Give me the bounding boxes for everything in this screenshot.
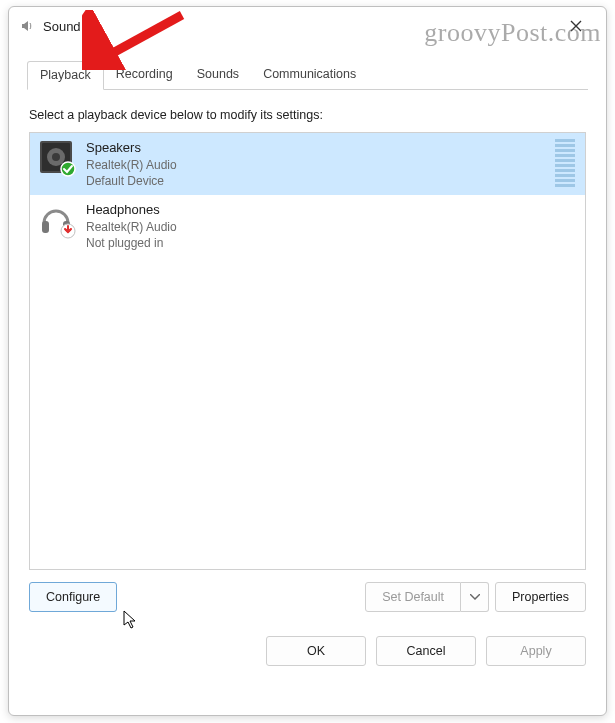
dialog-footer: OK Cancel Apply <box>9 620 606 684</box>
device-driver: Realtek(R) Audio <box>86 219 579 235</box>
tab-sounds[interactable]: Sounds <box>185 61 251 90</box>
sound-icon <box>19 18 35 34</box>
set-default-split: Set Default <box>365 582 489 612</box>
device-item-headphones[interactable]: Headphones Realtek(R) Audio Not plugged … <box>30 195 585 257</box>
close-button[interactable] <box>556 11 596 41</box>
tab-strip: Playback Recording Sounds Communications <box>9 61 606 90</box>
device-item-speakers[interactable]: Speakers Realtek(R) Audio Default Device <box>30 133 585 195</box>
svg-point-3 <box>52 153 60 161</box>
set-default-dropdown[interactable] <box>461 582 489 612</box>
titlebar: Sound <box>9 7 606 45</box>
cancel-button[interactable]: Cancel <box>376 636 476 666</box>
vu-meter <box>555 137 575 189</box>
configure-button[interactable]: Configure <box>29 582 117 612</box>
tab-playback[interactable]: Playback <box>27 61 104 90</box>
tab-communications[interactable]: Communications <box>251 61 368 90</box>
set-default-button[interactable]: Set Default <box>365 582 461 612</box>
device-text: Headphones Realtek(R) Audio Not plugged … <box>86 199 579 251</box>
apply-button[interactable]: Apply <box>486 636 586 666</box>
device-actions-row: Configure Set Default Properties <box>29 582 586 612</box>
headphones-icon <box>36 199 76 239</box>
svg-rect-5 <box>42 221 49 233</box>
device-status: Default Device <box>86 173 545 189</box>
device-text: Speakers Realtek(R) Audio Default Device <box>86 137 545 189</box>
playback-device-list[interactable]: Speakers Realtek(R) Audio Default Device <box>29 132 586 570</box>
window-title: Sound <box>43 19 556 34</box>
device-name: Headphones <box>86 201 579 219</box>
device-driver: Realtek(R) Audio <box>86 157 545 173</box>
tab-content: Select a playback device below to modify… <box>9 90 606 620</box>
properties-button[interactable]: Properties <box>495 582 586 612</box>
speaker-icon <box>36 137 76 177</box>
device-status: Not plugged in <box>86 235 579 251</box>
tab-recording[interactable]: Recording <box>104 61 185 90</box>
device-name: Speakers <box>86 139 545 157</box>
ok-button[interactable]: OK <box>266 636 366 666</box>
sound-dialog: Sound Playback Recording Sounds Communic… <box>8 6 607 716</box>
instruction-text: Select a playback device below to modify… <box>29 108 586 122</box>
